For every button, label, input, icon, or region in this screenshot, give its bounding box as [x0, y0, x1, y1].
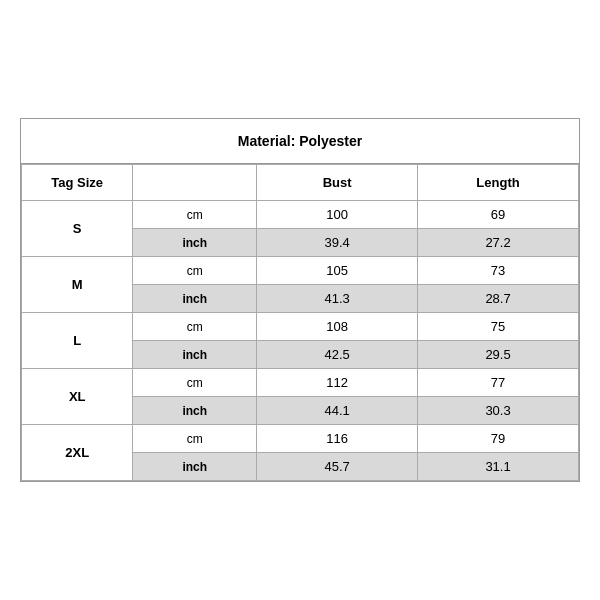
- unit-cell: inch: [133, 397, 257, 425]
- unit-cell: cm: [133, 313, 257, 341]
- unit-cell: cm: [133, 425, 257, 453]
- tag-size-header: Tag Size: [22, 165, 133, 201]
- bust-value: 105: [257, 257, 418, 285]
- unit-cell: inch: [133, 453, 257, 481]
- bust-value: 45.7: [257, 453, 418, 481]
- bust-value: 41.3: [257, 285, 418, 313]
- bust-value: 108: [257, 313, 418, 341]
- length-value: 69: [418, 201, 579, 229]
- unit-cell: inch: [133, 341, 257, 369]
- length-value: 77: [418, 369, 579, 397]
- table-row: Mcm10573: [22, 257, 579, 285]
- unit-cell: cm: [133, 201, 257, 229]
- bust-value: 42.5: [257, 341, 418, 369]
- table-header: Tag Size Bust Length: [22, 165, 579, 201]
- bust-value: 44.1: [257, 397, 418, 425]
- unit-header: [133, 165, 257, 201]
- tag-size-cell: XL: [22, 369, 133, 425]
- tag-size-cell: M: [22, 257, 133, 313]
- tag-size-cell: 2XL: [22, 425, 133, 481]
- size-chart: Material: Polyester Tag Size Bust Length…: [20, 118, 580, 482]
- length-value: 29.5: [418, 341, 579, 369]
- table-row: Scm10069: [22, 201, 579, 229]
- length-value: 30.3: [418, 397, 579, 425]
- bust-value: 116: [257, 425, 418, 453]
- table-row: 2XLcm11679: [22, 425, 579, 453]
- length-value: 75: [418, 313, 579, 341]
- length-value: 31.1: [418, 453, 579, 481]
- unit-cell: cm: [133, 257, 257, 285]
- unit-cell: inch: [133, 229, 257, 257]
- unit-cell: cm: [133, 369, 257, 397]
- tag-size-cell: L: [22, 313, 133, 369]
- table-row: Lcm10875: [22, 313, 579, 341]
- bust-header: Bust: [257, 165, 418, 201]
- length-value: 79: [418, 425, 579, 453]
- length-value: 27.2: [418, 229, 579, 257]
- length-value: 73: [418, 257, 579, 285]
- table-row: XLcm11277: [22, 369, 579, 397]
- length-header: Length: [418, 165, 579, 201]
- chart-title: Material: Polyester: [21, 119, 579, 164]
- unit-cell: inch: [133, 285, 257, 313]
- bust-value: 100: [257, 201, 418, 229]
- bust-value: 39.4: [257, 229, 418, 257]
- tag-size-cell: S: [22, 201, 133, 257]
- length-value: 28.7: [418, 285, 579, 313]
- bust-value: 112: [257, 369, 418, 397]
